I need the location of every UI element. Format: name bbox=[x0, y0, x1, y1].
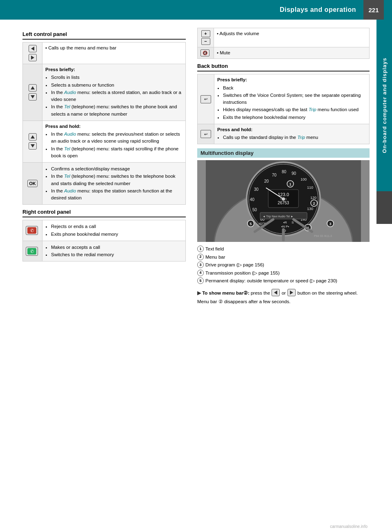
legend-circle-1: 1 bbox=[197, 246, 204, 252]
right-btn-inline bbox=[287, 289, 296, 296]
phone-accept-icon-cell: ✆ bbox=[23, 241, 42, 262]
phone-end-desc: Rejects or ends a call Exits phone book/… bbox=[42, 220, 186, 241]
speedometer-svg: 20 30 40 50 60 70 80 90 100 110 120 130 … bbox=[197, 160, 370, 242]
ud-arrows-brief-desc: Press briefly: Scrolls in lists Selects … bbox=[42, 64, 186, 121]
list-item: Rejects or ends a call bbox=[51, 223, 183, 230]
svg-text:▪R: ▪R bbox=[283, 221, 287, 224]
legend-item-5: 5 Permanent display: outside temperature… bbox=[197, 277, 370, 285]
down-arrow-btn bbox=[29, 93, 37, 101]
svg-text:3: 3 bbox=[329, 222, 331, 226]
phone-end-list: Rejects or ends a call Exits phone book/… bbox=[45, 223, 183, 238]
list-item: Switches off the Voice Control System; s… bbox=[223, 92, 366, 106]
right-arrow-icon bbox=[31, 56, 34, 60]
legend-item-2: 2 Menu bar bbox=[197, 253, 370, 262]
audio-text3: Audio bbox=[64, 188, 76, 193]
volume-minus-icon: − bbox=[201, 38, 210, 45]
header-bar: Displays and operation 221 bbox=[0, 0, 392, 20]
up-arrow-icon bbox=[31, 86, 35, 89]
tel-text3: Tel bbox=[64, 174, 70, 179]
legend-text-5: Permanent display: outside temperature o… bbox=[205, 277, 337, 285]
footer-note: Menu bar ② disappears after a few second… bbox=[197, 298, 370, 305]
svg-text:▪N P▪: ▪N P▪ bbox=[281, 225, 289, 228]
svg-text:30: 30 bbox=[254, 187, 259, 192]
left-panel-divider bbox=[22, 39, 186, 40]
volume-mute-table: + − • Adjusts the volume 🔇 • Mute bbox=[197, 28, 370, 59]
press-hold-label: Press and hold: bbox=[45, 124, 80, 129]
legend-circle-5: 5 bbox=[197, 277, 204, 284]
right-control-table: ✆ Rejects or ends a call Exits phone boo… bbox=[22, 220, 186, 262]
down-arrow-hold-btn bbox=[29, 142, 37, 150]
list-item: Exits the telephone book/redial memory bbox=[223, 114, 366, 121]
back-press-briefly-label: Press briefly: bbox=[217, 77, 247, 82]
mfd-legend: 1 Text field 2 Menu bar 3 Drive program … bbox=[197, 245, 370, 285]
list-item: In the Audio menu: stops the station sea… bbox=[51, 188, 183, 202]
volume-desc: • Adjusts the volume bbox=[214, 28, 370, 47]
main-content: Left control panel • Calls up the bbox=[0, 20, 392, 313]
back-press-brief-icon-cell: ↩ bbox=[198, 74, 214, 124]
list-item: Selects a submenu or function bbox=[51, 82, 183, 89]
right-panel-heading: Right control panel bbox=[22, 209, 186, 215]
back-press-hold-list: Calls up the standard display in the Tri… bbox=[217, 134, 366, 141]
mfd-section: Multifunction display 20 30 40 50 bbox=[197, 148, 370, 305]
table-row: • Calls up the menu and menu bar bbox=[23, 42, 186, 64]
svg-text:70: 70 bbox=[272, 173, 277, 177]
down-arrow-hold-icon bbox=[31, 144, 35, 148]
list-item: In the Tel (telephone) menu: switches to… bbox=[51, 103, 183, 118]
audio-text: Audio bbox=[64, 90, 76, 95]
ok-btn-desc: Confirms a selection/display message In … bbox=[42, 163, 186, 205]
back-hold-icon: ↩ bbox=[200, 130, 211, 138]
volume-plus-icon: + bbox=[201, 30, 210, 37]
right-column: + − • Adjusts the volume 🔇 • Mute Back b… bbox=[197, 27, 370, 305]
ud-arrows-hold-icon-cell bbox=[23, 121, 42, 162]
legend-circle-3: 3 bbox=[197, 262, 204, 268]
up-arrow-hold-icon bbox=[31, 135, 35, 139]
legend-item-4: 4 Transmission position (▷ page 155) bbox=[197, 269, 370, 277]
list-item: Scrolls in lists bbox=[51, 74, 183, 81]
header-title: Displays and operation bbox=[280, 6, 356, 13]
svg-text:◄ Trip  Navi  Audio  Tel ►: ◄ Trip Navi Audio Tel ► bbox=[263, 215, 294, 218]
table-row: ↩ Press and hold: Calls up the standard … bbox=[198, 124, 370, 144]
mute-desc: • Mute bbox=[214, 47, 370, 59]
svg-text:90: 90 bbox=[292, 171, 296, 176]
phone-end-icon: ✆ bbox=[26, 226, 38, 235]
up-arrow-hold-btn bbox=[29, 133, 37, 141]
svg-text:40: 40 bbox=[250, 197, 255, 202]
phone-accept-icon: ✆ bbox=[26, 247, 38, 256]
show-menu-bold: To show menu bar②: bbox=[202, 291, 249, 295]
mfd-image: 20 30 40 50 60 70 80 90 100 110 120 130 … bbox=[197, 160, 370, 242]
trip-text2: Trip bbox=[297, 135, 305, 140]
legend-text-1: Text field bbox=[205, 245, 224, 253]
table-row: + − • Adjusts the volume bbox=[198, 28, 370, 47]
svg-text:80: 80 bbox=[282, 170, 287, 174]
left-panel-heading: Left control panel bbox=[22, 31, 186, 37]
list-item: Switches to the redial memory bbox=[51, 251, 183, 258]
press-briefly-label: Press briefly: bbox=[45, 67, 75, 72]
list-item: In the Tel (telephone) menu: starts rapi… bbox=[51, 145, 183, 160]
ud-arrows-brief-icon bbox=[26, 84, 39, 101]
legend-item-3: 3 Drive program (▷ page 156) bbox=[197, 261, 370, 269]
table-row: Press briefly: Scrolls in lists Selects … bbox=[23, 64, 186, 121]
table-row: OK Confirms a selection/display message … bbox=[23, 163, 186, 205]
svg-text:✆: ✆ bbox=[30, 228, 34, 233]
svg-text:2: 2 bbox=[313, 201, 315, 206]
press-briefly-list: Scrolls in lists Selects a submenu or fu… bbox=[45, 74, 183, 118]
list-item: In the Audio menu: selects the previous/… bbox=[51, 131, 183, 145]
list-item: In the Tel (telephone) menu: switches to… bbox=[51, 173, 183, 187]
svg-text:50: 50 bbox=[252, 208, 257, 212]
svg-point-47 bbox=[282, 197, 285, 201]
up-arrow-btn bbox=[29, 84, 37, 92]
svg-text:✆: ✆ bbox=[30, 249, 34, 254]
back-press-hold-label: Press and hold: bbox=[217, 127, 252, 132]
right-arrow-btn bbox=[29, 54, 37, 61]
ud-arrows-brief-icon-cell bbox=[23, 64, 42, 121]
table-row: 🔇 • Mute bbox=[198, 47, 370, 59]
list-item: Makes or accepts a call bbox=[51, 244, 183, 251]
down-arrow-icon bbox=[31, 95, 35, 98]
svg-text:5: 5 bbox=[249, 222, 252, 226]
ok-desc-list: Confirms a selection/display message In … bbox=[45, 165, 183, 201]
list-item: Calls up the standard display in the Tri… bbox=[223, 134, 366, 141]
svg-text:1: 1 bbox=[289, 182, 291, 186]
legend-text-2: Menu bar bbox=[205, 253, 225, 262]
svg-text:120: 120 bbox=[310, 196, 316, 200]
svg-text:130: 130 bbox=[307, 207, 313, 211]
